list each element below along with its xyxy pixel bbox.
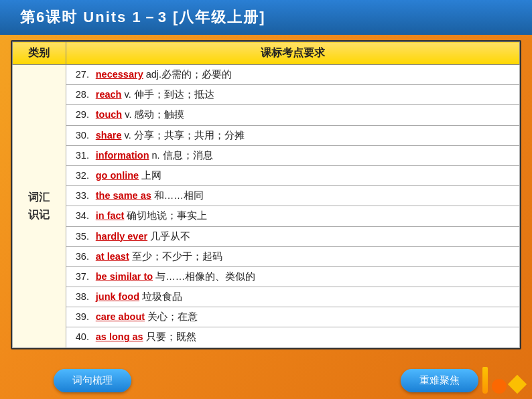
content-cell: 36.at least 至少；不少于；起码 — [66, 246, 519, 266]
content-cell: 31.information n. 信息；消息 — [66, 145, 519, 165]
vocab-word: as long as — [96, 329, 143, 345]
list-item: 36.at least 至少；不少于；起码 — [76, 248, 510, 265]
header-category: 类别 — [13, 42, 66, 65]
list-item: 35.hardly ever 几乎从不 — [76, 228, 510, 245]
vocab-word: share — [96, 128, 122, 143]
vocab-definition: 和……相同 — [154, 188, 204, 204]
list-item: 32.go online 上网 — [76, 167, 510, 184]
vocab-definition: adj.必需的；必要的 — [146, 67, 232, 82]
list-item: 37.be similar to 与……相像的、类似的 — [76, 268, 510, 285]
key-focus-button[interactable]: 重难聚焦 — [401, 369, 478, 392]
table-row: 33.the same as 和……相同 — [13, 186, 520, 206]
list-item: 38.junk food 垃圾食品 — [76, 289, 510, 305]
deco-square — [508, 375, 527, 394]
content-cell: 32.go online 上网 — [66, 165, 519, 185]
table-row: 39.care about 关心；在意 — [13, 307, 520, 327]
list-item: 34.in fact 确切地说；事实上 — [76, 208, 510, 224]
title-bar: 第6课时 Units 1－3 [八年级上册] — [0, 0, 532, 35]
vocab-definition: v. 分享；共享；共用；分摊 — [124, 128, 244, 143]
list-item: 39.care about 关心；在意 — [76, 309, 510, 325]
item-number: 35. — [76, 229, 96, 244]
item-number: 31. — [76, 148, 96, 163]
vocab-word: reach — [96, 87, 122, 102]
item-number: 36. — [76, 249, 96, 264]
table-row: 32.go online 上网 — [13, 165, 520, 185]
content-cell: 33.the same as 和……相同 — [66, 186, 519, 206]
table-row: 词汇识记27.necessary adj.必需的；必要的 — [13, 65, 520, 85]
vocab-word: go online — [96, 168, 139, 183]
content-cell: 30.share v. 分享；共享；共用；分摊 — [66, 125, 519, 145]
vocab-word: the same as — [96, 188, 151, 204]
list-item: 40.as long as 只要；既然 — [76, 329, 510, 345]
bottom-bar: 词句梳理 重难聚焦 — [0, 369, 532, 392]
vocab-definition: v. 感动；触摸 — [125, 107, 184, 123]
vocab-word: touch — [96, 107, 122, 123]
content-cell: 27.necessary adj.必需的；必要的 — [66, 65, 519, 85]
vocab-definition: 只要；既然 — [146, 329, 196, 345]
vocab-definition: 垃圾食品 — [142, 289, 182, 305]
vocab-word: be similar to — [96, 269, 153, 285]
content-cell: 40.as long as 只要；既然 — [66, 327, 519, 347]
item-number: 30. — [76, 128, 96, 143]
table-row: 28.reach v. 伸手；到达；抵达 — [13, 85, 520, 105]
content-cell: 38.junk food 垃圾食品 — [66, 287, 519, 307]
vocab-definition: 几乎从不 — [150, 229, 190, 244]
content-cell: 39.care about 关心；在意 — [66, 307, 519, 327]
vocab-word: at least — [96, 249, 129, 264]
table-row: 31.information n. 信息；消息 — [13, 145, 520, 165]
table-row: 37.be similar to 与……相像的、类似的 — [13, 266, 520, 287]
item-number: 38. — [76, 289, 96, 305]
vocab-word: hardly ever — [96, 229, 147, 244]
list-item: 28.reach v. 伸手；到达；抵达 — [76, 86, 510, 103]
table-header: 类别 课标考点要求 — [13, 42, 520, 65]
content-cell: 29.touch v. 感动；触摸 — [66, 105, 519, 125]
item-number: 37. — [76, 269, 96, 285]
table-row: 30.share v. 分享；共享；共用；分摊 — [13, 125, 520, 145]
header-content: 课标考点要求 — [66, 42, 519, 65]
vocab-definition: 确切地说；事实上 — [127, 208, 207, 224]
vocab-definition: 至少；不少于；起码 — [132, 249, 222, 264]
item-number: 28. — [76, 87, 96, 102]
vocab-definition: 与……相像的、类似的 — [155, 269, 255, 285]
table-row: 36.at least 至少；不少于；起码 — [13, 246, 520, 266]
vocab-word: in fact — [96, 208, 125, 224]
vocab-definition: 上网 — [141, 168, 161, 183]
content-cell: 35.hardly ever 几乎从不 — [66, 226, 519, 246]
vocab-word: care about — [96, 309, 145, 325]
item-number: 33. — [76, 188, 96, 204]
vocab-definition: n. 信息；消息 — [152, 148, 213, 163]
item-number: 39. — [76, 309, 96, 325]
item-number: 32. — [76, 168, 96, 183]
vocab-table: 类别 课标考点要求 词汇识记27.necessary adj.必需的；必要的28… — [12, 42, 520, 348]
main-table-container: 类别 课标考点要求 词汇识记27.necessary adj.必需的；必要的28… — [11, 40, 521, 349]
item-number: 27. — [76, 67, 96, 82]
category-cell: 词汇识记 — [13, 65, 66, 348]
content-cell: 34.in fact 确切地说；事实上 — [66, 206, 519, 226]
vocab-word: necessary — [96, 67, 143, 82]
content-cell: 28.reach v. 伸手；到达；抵达 — [66, 85, 519, 105]
content-cell: 37.be similar to 与……相像的、类似的 — [66, 266, 519, 287]
list-item: 27.necessary adj.必需的；必要的 — [76, 66, 510, 83]
deco-circle — [492, 379, 507, 394]
vocab-word: junk food — [96, 289, 139, 305]
title-text: 第6课时 Units 1－3 [八年级上册] — [20, 7, 266, 27]
deco-pencil — [482, 367, 488, 394]
list-item: 30.share v. 分享；共享；共用；分摊 — [76, 127, 510, 144]
table-row: 38.junk food 垃圾食品 — [13, 287, 520, 307]
table-row: 29.touch v. 感动；触摸 — [13, 105, 520, 125]
item-number: 40. — [76, 329, 96, 345]
item-number: 29. — [76, 107, 96, 123]
list-item: 29.touch v. 感动；触摸 — [76, 106, 510, 123]
list-item: 31.information n. 信息；消息 — [76, 147, 510, 164]
vocab-review-button[interactable]: 词句梳理 — [54, 369, 131, 392]
vocab-word: information — [96, 148, 149, 163]
deco-shapes — [482, 367, 524, 394]
item-number: 34. — [76, 208, 96, 224]
vocab-definition: 关心；在意 — [147, 309, 198, 325]
list-item: 33.the same as 和……相同 — [76, 187, 510, 204]
table-row: 34.in fact 确切地说；事实上 — [13, 206, 520, 226]
table-row: 40.as long as 只要；既然 — [13, 327, 520, 347]
vocab-definition: v. 伸手；到达；抵达 — [124, 87, 214, 102]
table-row: 35.hardly ever 几乎从不 — [13, 226, 520, 246]
